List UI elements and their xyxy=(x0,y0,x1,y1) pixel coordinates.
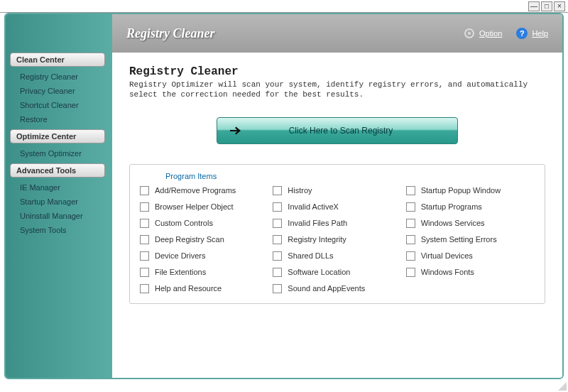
check-label: Device Drivers xyxy=(155,251,206,260)
item-invalid-files-path: Invalid Files Path xyxy=(273,219,401,228)
svg-point-1 xyxy=(468,32,471,35)
nav-system-optimizer[interactable]: System Optimizer xyxy=(6,146,112,160)
check-label: Browser Helper Object xyxy=(155,202,234,211)
check-label: Deep Registry Scan xyxy=(155,235,224,244)
item-startup-popup-window: Startup Popup Window xyxy=(406,186,535,195)
titlebar: — □ × xyxy=(0,0,568,13)
checkbox[interactable] xyxy=(140,235,149,244)
check-label: Virtual Devices xyxy=(421,251,473,260)
minimize-button[interactable]: — xyxy=(528,1,540,11)
nav-shortcut-cleaner[interactable]: Shortcut Cleaner xyxy=(6,98,112,112)
item-registry-integrity: Registry Integrity xyxy=(273,235,401,244)
check-label: Windows Fonts xyxy=(421,268,474,276)
option-button[interactable]: Option xyxy=(464,28,502,39)
checkbox[interactable] xyxy=(406,251,415,261)
check-label: File Extentions xyxy=(155,268,206,276)
checkbox[interactable] xyxy=(406,202,415,212)
item-add-remove-programs: Add/Remove Programs xyxy=(140,186,268,195)
check-label: Add/Remove Programs xyxy=(155,186,236,195)
checkbox[interactable] xyxy=(140,268,149,277)
check-label: Windows Services xyxy=(421,219,485,227)
help-icon: ? xyxy=(516,28,528,39)
checkbox[interactable] xyxy=(406,186,415,195)
main-content: Registry Cleaner Registry Optimizer will… xyxy=(112,53,562,378)
checkbox[interactable] xyxy=(140,186,149,195)
check-label: Help and Resource xyxy=(155,284,222,293)
nav-system-tools[interactable]: System Tools xyxy=(6,223,112,237)
checkbox[interactable] xyxy=(273,235,282,244)
checkbox[interactable] xyxy=(140,251,149,261)
checkbox[interactable] xyxy=(140,202,149,212)
option-label: Option xyxy=(479,29,502,38)
item-help-and-resource: Help and Resource xyxy=(140,284,268,293)
checkbox[interactable] xyxy=(406,219,415,228)
check-label: Custom Controls xyxy=(155,219,213,227)
checkbox[interactable] xyxy=(273,202,282,212)
item-browser-helper-object: Browser Helper Object xyxy=(140,202,268,212)
check-label: System Setting Errors xyxy=(421,235,497,244)
item-file-extentions: File Extentions xyxy=(140,268,268,277)
item-deep-registry-scan: Deep Registry Scan xyxy=(140,235,268,244)
section-optimize-center[interactable]: Optimize Center xyxy=(10,129,105,143)
item-custom-controls: Custom Controls xyxy=(140,219,268,228)
item-virtual-devices: Virtual Devices xyxy=(406,251,535,261)
page-title: Registry Cleaner xyxy=(129,65,545,78)
item-shared-dlls: Shared DLLs xyxy=(273,251,401,261)
help-button[interactable]: ? Help xyxy=(516,28,548,39)
item-windows-services: Windows Services xyxy=(406,219,535,228)
nav-registry-cleaner[interactable]: Registry Cleaner xyxy=(6,70,112,84)
checkbox[interactable] xyxy=(273,219,282,228)
arrow-right-icon xyxy=(226,121,246,141)
check-label: Startup Programs xyxy=(421,202,482,211)
item-software-location: Software Location xyxy=(273,268,401,277)
checkbox[interactable] xyxy=(273,251,282,261)
item-system-setting-errors: System Setting Errors xyxy=(406,235,535,244)
header: Registry Cleaner Option ? Help xyxy=(112,14,562,53)
nav-restore[interactable]: Restore xyxy=(6,112,112,126)
item-startup-programs: Startup Programs xyxy=(406,202,535,212)
check-label: Sound and AppEvents xyxy=(288,284,365,293)
help-label: Help xyxy=(532,29,548,38)
program-items-panel: Program Items Add/Remove Programs Browse… xyxy=(129,164,545,304)
checkbox[interactable] xyxy=(273,268,282,277)
program-items-header: Program Items xyxy=(140,170,535,186)
nav-uninstall-manager[interactable]: Uninstall Manager xyxy=(6,209,112,223)
check-label: Histroy xyxy=(288,186,312,195)
check-label: Software Location xyxy=(288,268,350,276)
check-label: Startup Popup Window xyxy=(421,186,501,195)
nav-startup-manager[interactable]: Startup Manager xyxy=(6,195,112,209)
check-label: Invalid ActiveX xyxy=(288,202,339,211)
check-label: Invalid Files Path xyxy=(288,219,347,227)
app-title: Registry Cleaner xyxy=(126,26,449,41)
maximize-button[interactable]: □ xyxy=(541,1,552,11)
checkbox[interactable] xyxy=(273,284,282,293)
checkbox[interactable] xyxy=(140,219,149,228)
item-histroy: Histroy xyxy=(273,186,401,195)
check-label: Shared DLLs xyxy=(288,251,333,260)
item-invalid-activex: Invalid ActiveX xyxy=(273,202,401,212)
item-device-drivers: Device Drivers xyxy=(140,251,268,261)
resize-grip[interactable] xyxy=(557,381,567,391)
page-description: Registry Optimizer will scan your system… xyxy=(129,80,545,100)
nav-privacy-cleaner[interactable]: Privacy Cleaner xyxy=(6,84,112,98)
close-button[interactable]: × xyxy=(554,1,565,11)
checkbox[interactable] xyxy=(406,235,415,244)
scan-button-label: Click Here to Scan Registry xyxy=(246,126,457,136)
item-sound-and-appevents: Sound and AppEvents xyxy=(273,284,401,293)
checkbox[interactable] xyxy=(406,268,415,277)
section-advanced-tools[interactable]: Advanced Tools xyxy=(10,163,105,178)
check-label: Registry Integrity xyxy=(288,235,346,244)
section-clean-center[interactable]: Clean Center xyxy=(10,53,105,67)
program-items-grid: Add/Remove Programs Browser Helper Objec… xyxy=(140,186,535,293)
gear-icon xyxy=(464,28,475,39)
item-windows-fonts: Windows Fonts xyxy=(406,268,535,277)
sidebar: Clean Center Registry Cleaner Privacy Cl… xyxy=(6,14,112,378)
app-frame: Clean Center Registry Cleaner Privacy Cl… xyxy=(4,13,564,379)
checkbox[interactable] xyxy=(273,186,282,195)
scan-registry-button[interactable]: Click Here to Scan Registry xyxy=(217,117,458,144)
checkbox[interactable] xyxy=(140,284,149,293)
nav-ie-manager[interactable]: IE Manager xyxy=(6,180,112,195)
